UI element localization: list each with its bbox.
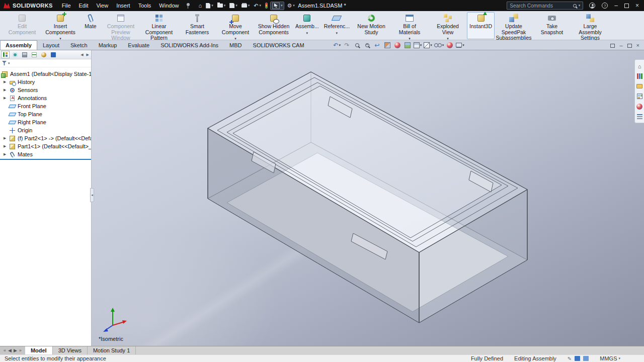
rebuild-button[interactable] <box>264 2 269 9</box>
view-settings-button[interactable]: ▾ <box>456 41 464 49</box>
tree-item-mates[interactable]: ▶ Mates <box>0 150 91 158</box>
tree-item-top-plane[interactable]: Top Plane <box>0 110 91 118</box>
previous-tab-button[interactable]: ◀ <box>8 348 12 353</box>
tree-item-origin[interactable]: Origin <box>0 126 91 134</box>
ribbon-instant3d-button[interactable]: Instant3D <box>467 12 495 39</box>
cam-tree-tab[interactable] <box>49 51 57 58</box>
unit-system-selector[interactable]: MMGS ▾ <box>600 355 620 361</box>
menu-window[interactable]: Window <box>155 1 183 10</box>
next-tab-button[interactable]: ▶ <box>14 348 17 353</box>
ribbon-mate-button[interactable]: Mate <box>79 12 102 39</box>
expand-arrow-icon[interactable]: ▶ <box>4 88 9 92</box>
tab-mbd[interactable]: MBD <box>224 40 247 50</box>
ribbon-move-component-button[interactable]: Move Component ▾ <box>216 12 255 39</box>
open-button[interactable]: ▾ <box>216 3 227 8</box>
dimxpertmanager-tab[interactable] <box>30 51 38 58</box>
edit-pencil-icon[interactable]: ✎ <box>568 356 572 361</box>
panel-collapse-handle[interactable]: ◂ <box>90 188 94 202</box>
tree-item-sensors[interactable]: ▶ Sensors <box>0 86 91 94</box>
filter-icon[interactable] <box>2 61 7 65</box>
ribbon-new-motion-study-button[interactable]: New Motion Study <box>352 12 390 39</box>
tab-assembly[interactable]: Assembly <box>0 40 37 50</box>
tree-item-annotations[interactable]: ▶ Annotations <box>0 94 91 102</box>
expand-arrow-icon[interactable]: ▶ <box>4 144 9 148</box>
login-user-icon[interactable] <box>589 3 595 9</box>
view-palette-button[interactable] <box>636 93 643 100</box>
redo-view-button[interactable]: ↷ <box>343 41 351 49</box>
tab-evaluate[interactable]: Evaluate <box>122 40 155 50</box>
panel-tabs-scroll-right[interactable]: ▶ <box>86 53 90 57</box>
tab-3d-views[interactable]: 3D Views <box>53 346 88 354</box>
save-button[interactable]: ▾ <box>228 3 239 9</box>
status-tag-icon[interactable] <box>575 356 580 361</box>
ribbon-assembly-features-button[interactable]: Assemb... ▾ <box>293 12 321 39</box>
search-input[interactable] <box>510 3 571 9</box>
select-tool-button[interactable]: ▾ <box>270 2 285 10</box>
displaymanager-tab[interactable] <box>39 51 48 58</box>
custom-properties-button[interactable] <box>636 113 643 120</box>
filter-caret-icon[interactable]: ▾ <box>8 61 10 65</box>
ribbon-edit-component-button[interactable]: Edit Component <box>3 12 41 39</box>
tab-sketch[interactable]: Sketch <box>65 40 93 50</box>
ribbon-insert-components-button[interactable]: Insert Components ▾ <box>41 12 79 39</box>
menu-edit[interactable]: Edit <box>75 1 93 10</box>
tree-item-right-plane[interactable]: Right Plane <box>0 118 91 126</box>
view-orientation-button[interactable]: ▾ <box>414 41 422 49</box>
menu-file[interactable]: File <box>58 1 75 10</box>
dropdown-caret-icon[interactable]: ▾ <box>336 30 338 36</box>
close-button[interactable]: × <box>635 3 639 9</box>
propertymanager-tab[interactable] <box>11 51 19 58</box>
ribbon-large-assembly-settings-button[interactable]: Large Assembly Settings <box>571 12 609 39</box>
ribbon-reference-geometry-button[interactable]: Referenc... ▾ <box>321 12 352 39</box>
tab-layout[interactable]: Layout <box>37 40 65 50</box>
3d-model-assembly[interactable] <box>94 50 635 346</box>
print-button[interactable]: ▾ <box>240 3 252 8</box>
tab-solidworks-cam[interactable]: SOLIDWORKS CAM <box>248 40 310 50</box>
ribbon-linear-component-pattern-button[interactable]: Linear Component Pattern ▾ <box>140 12 178 39</box>
tab-model[interactable]: Model <box>25 346 53 354</box>
edit-appearance-button[interactable] <box>446 41 454 49</box>
design-library-button[interactable] <box>636 73 643 79</box>
appearances-scenes-button[interactable] <box>636 103 643 110</box>
zoom-fit-button[interactable] <box>353 41 361 49</box>
featuremanager-tree-tab[interactable] <box>1 51 10 58</box>
expand-arrow-icon[interactable]: ▶ <box>4 80 9 84</box>
undo-button[interactable]: ↶▾ <box>252 2 263 9</box>
expand-arrow-icon[interactable]: ▶ <box>4 152 9 156</box>
expand-arrow-icon[interactable]: ▶ <box>4 96 9 100</box>
restore-document-icon[interactable] <box>610 44 615 48</box>
pin-menu-icon[interactable] <box>186 3 191 9</box>
minimize-document-icon[interactable]: – <box>619 43 622 48</box>
ribbon-take-snapshot-button[interactable]: Take Snapshot <box>533 12 571 39</box>
zoom-area-button[interactable] <box>363 41 371 49</box>
new-document-button[interactable]: ▾ <box>204 3 215 9</box>
tree-item-history[interactable]: ▶ History <box>0 78 91 86</box>
ribbon-exploded-view-button[interactable]: Exploded View ▾ <box>429 12 467 39</box>
graphics-viewport[interactable]: *Isometric ⌂ <box>92 50 644 346</box>
previous-view-button[interactable]: ↩ <box>373 41 381 49</box>
tree-item-front-plane[interactable]: Front Plane <box>0 102 91 110</box>
panel-tabs-scroll-left[interactable]: ◀ <box>79 53 84 57</box>
appearances-button[interactable] <box>393 41 401 49</box>
ribbon-component-preview-window-button[interactable]: Component Preview Window <box>102 12 140 39</box>
options-button[interactable]: ⚙▾ <box>285 2 296 9</box>
apply-scene-button[interactable] <box>404 41 412 49</box>
minimize-button[interactable]: – <box>614 3 618 9</box>
undo-view-button[interactable]: ↶▾ <box>333 41 341 49</box>
menu-tools[interactable]: Tools <box>134 1 155 10</box>
display-style-button[interactable]: ▾ <box>424 41 432 49</box>
command-search[interactable]: ▾ <box>507 2 583 10</box>
close-document-icon[interactable]: × <box>636 43 639 48</box>
configurationmanager-tab[interactable] <box>20 51 29 58</box>
help-icon[interactable]: ? <box>602 3 608 9</box>
maximize-document-icon[interactable] <box>627 44 632 48</box>
home-button[interactable]: ⌂ <box>197 2 203 9</box>
tab-motion-study-1[interactable]: Motion Study 1 <box>88 346 136 354</box>
status-tag-icon[interactable] <box>583 356 589 361</box>
tree-item-part1[interactable]: ▶ Part1<1> (Default<<Default>_Di <box>0 142 91 150</box>
maximize-button[interactable] <box>624 4 629 8</box>
menu-insert[interactable]: Insert <box>112 1 134 10</box>
tab-markup[interactable]: Markup <box>93 40 123 50</box>
solidworks-resources-button[interactable]: ⌂ <box>636 63 643 69</box>
hide-show-items-button[interactable]: ▾ <box>434 41 444 49</box>
